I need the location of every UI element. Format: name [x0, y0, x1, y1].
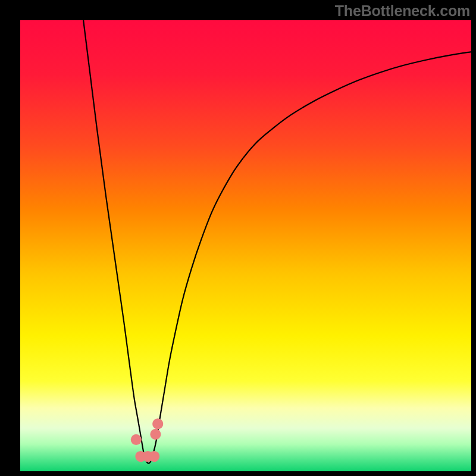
gradient-background [20, 20, 471, 471]
data-marker [150, 429, 161, 440]
outer-frame: TheBottleneck.com [0, 0, 476, 476]
plot-svg [20, 20, 471, 471]
watermark-text: TheBottleneck.com [335, 2, 470, 20]
data-marker [152, 418, 163, 429]
plot-area [20, 20, 471, 471]
data-marker [131, 434, 142, 445]
data-marker [149, 451, 159, 462]
